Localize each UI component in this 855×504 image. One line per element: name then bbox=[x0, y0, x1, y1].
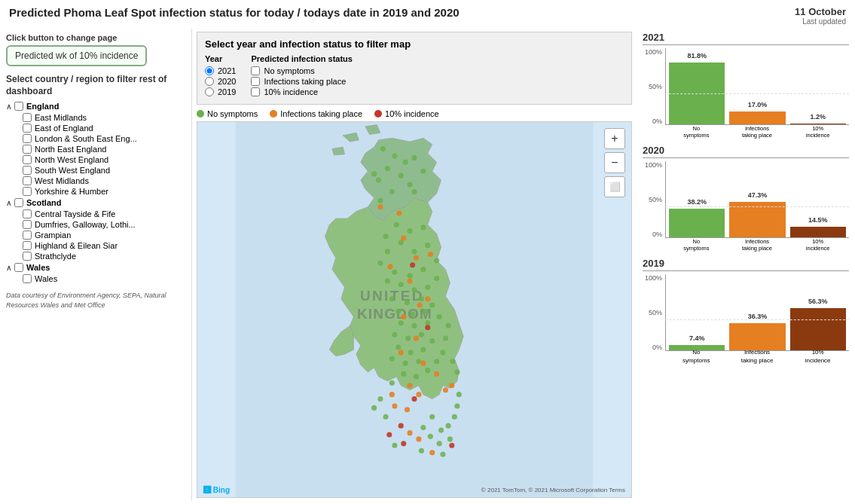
england-checkbox[interactable] bbox=[14, 102, 23, 111]
svg-point-28 bbox=[420, 267, 426, 272]
svg-point-91 bbox=[420, 425, 426, 430]
highland-checkbox[interactable] bbox=[23, 241, 32, 250]
status-no-symptoms-checkbox[interactable] bbox=[251, 66, 260, 75]
svg-point-60 bbox=[443, 335, 448, 341]
bar-label-563: 56.3% bbox=[790, 298, 846, 305]
bar-label-81: 81.8% bbox=[669, 52, 725, 60]
year-2020-text: 2020 bbox=[218, 77, 236, 86]
north-west-checkbox[interactable] bbox=[23, 155, 32, 164]
svg-point-108 bbox=[457, 392, 462, 397]
zoom-in-button[interactable]: + bbox=[604, 128, 625, 149]
chart-2021: 2021 100% 50% 0% 81.8% bbox=[643, 32, 849, 139]
year-2019-radio[interactable] bbox=[205, 87, 214, 96]
legend-no-symptoms-label: No symptoms bbox=[207, 109, 258, 118]
center-panel: Select year and infection status to filt… bbox=[192, 29, 637, 501]
london-south-east-label: London & South East Eng... bbox=[35, 134, 137, 143]
yorkshire-checkbox[interactable] bbox=[23, 187, 32, 196]
grampian-checkbox[interactable] bbox=[23, 231, 32, 240]
svg-point-95 bbox=[377, 396, 383, 402]
region-west-midlands: West Midlands bbox=[6, 176, 185, 185]
y-100-2020: 100% bbox=[643, 161, 662, 169]
dumfries-checkbox[interactable] bbox=[23, 220, 32, 229]
region-london-south-east: London & South East Eng... bbox=[6, 134, 185, 143]
legend-infections: Infections taking place bbox=[270, 109, 362, 118]
svg-point-86 bbox=[386, 432, 392, 437]
svg-point-70 bbox=[414, 335, 419, 341]
svg-point-56 bbox=[414, 374, 419, 379]
strathclyde-checkbox[interactable] bbox=[23, 252, 32, 261]
wales-label: Wales bbox=[35, 274, 57, 283]
england-collapse-arrow[interactable]: ∧ bbox=[6, 102, 11, 111]
scotland-checkbox[interactable] bbox=[14, 198, 23, 207]
map-select-button[interactable]: ⬜ bbox=[604, 176, 625, 197]
dumfries-label: Dumfries, Galloway, Lothi... bbox=[35, 220, 136, 229]
east-england-checkbox[interactable] bbox=[23, 124, 32, 133]
year-2020-label[interactable]: 2020 bbox=[205, 77, 236, 86]
wales-checkbox[interactable] bbox=[23, 274, 32, 283]
bar-label-12: 1.2% bbox=[790, 113, 846, 121]
status-infections-label[interactable]: Infections taking place bbox=[251, 77, 352, 86]
region-north-west: North West England bbox=[6, 155, 185, 164]
year-2021-radio[interactable] bbox=[205, 66, 214, 75]
svg-point-48 bbox=[429, 338, 435, 344]
filter-controls-box: Select year and infection status to filt… bbox=[197, 32, 632, 105]
svg-point-9 bbox=[408, 182, 413, 187]
status-infections-checkbox[interactable] bbox=[251, 77, 260, 86]
svg-point-12 bbox=[411, 189, 417, 194]
east-midlands-label: East Midlands bbox=[35, 113, 87, 122]
west-midlands-checkbox[interactable] bbox=[23, 176, 32, 185]
svg-point-26 bbox=[392, 270, 397, 275]
svg-point-46 bbox=[405, 335, 411, 341]
south-west-checkbox[interactable] bbox=[23, 166, 32, 175]
zoom-out-button[interactable]: − bbox=[604, 152, 625, 173]
svg-point-30 bbox=[398, 282, 404, 287]
legend-dot-red bbox=[374, 110, 382, 118]
status-no-symptoms-label[interactable]: No symptoms bbox=[251, 66, 352, 75]
x-label-10pct-2019: 10%incidence bbox=[789, 349, 846, 365]
change-page-button[interactable]: Predicted wk of 10% incidence bbox=[6, 45, 147, 66]
x-label-no-symptoms-2019: Nosymptoms bbox=[668, 349, 725, 365]
status-10pct-checkbox[interactable] bbox=[251, 87, 260, 96]
svg-point-89 bbox=[416, 436, 421, 441]
wales-collapse-arrow[interactable]: ∧ bbox=[6, 264, 11, 272]
svg-point-72 bbox=[420, 361, 426, 366]
year-2021-label[interactable]: 2021 bbox=[205, 66, 236, 75]
svg-point-22 bbox=[385, 249, 390, 254]
bar-group-10pct-2020: 14.5% bbox=[790, 161, 846, 237]
svg-point-109 bbox=[449, 383, 454, 388]
wales-parent-checkbox[interactable] bbox=[14, 263, 23, 272]
legend-10pct-label: 10% incidence bbox=[385, 109, 439, 118]
status-10pct-text: 10% incidence bbox=[264, 87, 318, 96]
east-midlands-checkbox[interactable] bbox=[23, 113, 32, 122]
svg-point-93 bbox=[383, 414, 389, 420]
svg-point-52 bbox=[389, 356, 395, 362]
last-updated-label: Last updated bbox=[795, 17, 846, 26]
x-label-infections-2019: Infectionstaking place bbox=[729, 349, 786, 365]
svg-point-71 bbox=[398, 350, 404, 355]
bars-2020: 38.2% 47.3% 14.5% bbox=[665, 161, 849, 238]
svg-point-88 bbox=[408, 430, 413, 435]
north-east-checkbox[interactable] bbox=[23, 145, 32, 154]
bar-brown-2021 bbox=[790, 124, 846, 124]
status-filter-label: Predicted infection status bbox=[251, 54, 352, 63]
status-10pct-label[interactable]: 10% incidence bbox=[251, 87, 352, 96]
svg-point-14 bbox=[420, 169, 426, 174]
page-title: Predicted Phoma Leaf Spot infection stat… bbox=[9, 6, 460, 19]
scotland-collapse-arrow[interactable]: ∧ bbox=[6, 199, 11, 207]
year-2020-radio[interactable] bbox=[205, 77, 214, 86]
chart-2021-area: 100% 50% 0% 81.8% 17.0% bbox=[643, 48, 849, 139]
charts-panel: 2021 100% 50% 0% 81.8% bbox=[637, 29, 855, 501]
svg-point-53 bbox=[403, 361, 408, 366]
y-50-2021: 50% bbox=[643, 83, 662, 90]
svg-text:KINGDOM: KINGDOM bbox=[357, 306, 432, 322]
year-2019-label[interactable]: 2019 bbox=[205, 87, 236, 96]
bar-green-2020 bbox=[669, 209, 725, 237]
london-south-east-checkbox[interactable] bbox=[23, 134, 32, 143]
x-label-infections-2021: Infectionstaking place bbox=[729, 125, 786, 139]
map-container[interactable]: UNITED KINGDOM bbox=[197, 121, 632, 498]
region-wales-parent: ∧ Wales bbox=[6, 263, 185, 272]
filter-row: Year 2021 2020 2019 Predicted i bbox=[205, 54, 624, 98]
central-tayside-checkbox[interactable] bbox=[23, 209, 32, 218]
data-source: Data courtesy of Environment Agency, SEP… bbox=[6, 291, 185, 310]
bars-2019: 7.4% 36.3% 56.3% bbox=[665, 274, 849, 351]
